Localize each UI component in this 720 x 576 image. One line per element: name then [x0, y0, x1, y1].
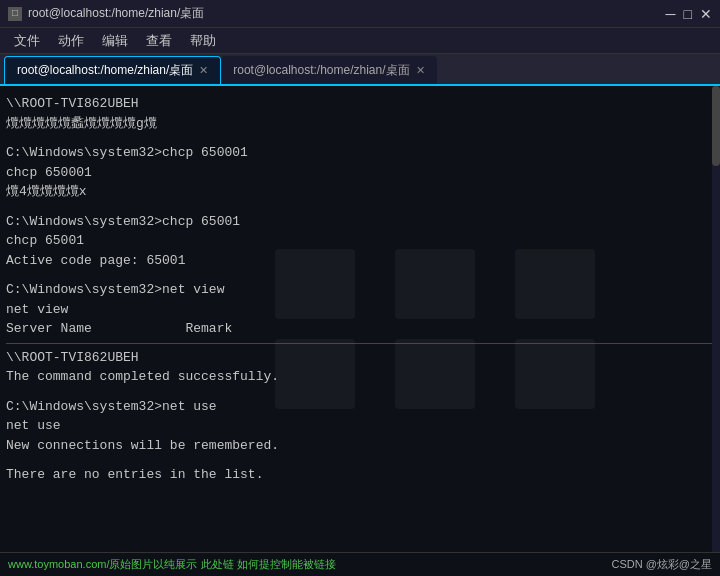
tab-1-label: root@localhost:/home/zhian/桌面 [17, 62, 193, 79]
app-icon: □ [8, 7, 22, 21]
close-button[interactable]: ✕ [700, 7, 712, 21]
line-5: chcp 650001 [6, 163, 714, 183]
line-19: net use [6, 416, 714, 436]
tab-2-close[interactable]: ✕ [416, 64, 425, 77]
tab-1[interactable]: root@localhost:/home/zhian/桌面 ✕ [4, 56, 221, 84]
title-bar-left: □ root@localhost:/home/zhian/桌面 [8, 5, 204, 22]
line-4: C:\Windows\system32>chcp 650001 [6, 143, 714, 163]
scrollbar-thumb[interactable] [712, 86, 720, 166]
menu-help[interactable]: 帮助 [182, 30, 224, 52]
window-title: root@localhost:/home/zhian/桌面 [28, 5, 204, 22]
status-right: CSDN @炫彩@之星 [611, 557, 712, 572]
tab-1-close[interactable]: ✕ [199, 64, 208, 77]
line-7 [6, 202, 714, 212]
line-20: New connections will be remembered. [6, 436, 714, 456]
line-15: \\ROOT-TVI862UBEH [6, 348, 714, 368]
menu-edit[interactable]: 编辑 [94, 30, 136, 52]
terminal-output[interactable]: \\ROOT-TVI862UBEH 爦爦爦爦爦蠡爦爦爦爦g爦 C:\Window… [0, 86, 720, 552]
line-21 [6, 455, 714, 465]
line-16: The command completed successfully. [6, 367, 714, 387]
line-8: C:\Windows\system32>chcp 65001 [6, 212, 714, 232]
status-bar: www.toymoban.com/原始图片以纯展示 此处链 如何提控制能被链接 … [0, 552, 720, 576]
tab-2-label: root@localhost:/home/zhian/桌面 [233, 62, 409, 79]
line-11 [6, 270, 714, 280]
line-12: C:\Windows\system32>net view [6, 280, 714, 300]
line-6: 爦4爦爦爦爦x [6, 182, 714, 202]
menu-view[interactable]: 查看 [138, 30, 180, 52]
line-9: chcp 65001 [6, 231, 714, 251]
title-bar: □ root@localhost:/home/zhian/桌面 ─ □ ✕ [0, 0, 720, 28]
window-controls: ─ □ ✕ [666, 7, 712, 21]
tab-bar: root@localhost:/home/zhian/桌面 ✕ root@loc… [0, 54, 720, 86]
menu-actions[interactable]: 动作 [50, 30, 92, 52]
line-18: C:\Windows\system32>net use [6, 397, 714, 417]
line-13: net view [6, 300, 714, 320]
menu-bar: 文件 动作 编辑 查看 帮助 [0, 28, 720, 54]
line-1: \\ROOT-TVI862UBEH [6, 94, 714, 114]
line-3 [6, 133, 714, 143]
maximize-button[interactable]: □ [684, 7, 692, 21]
line-14: Server Name Remark [6, 319, 714, 339]
minimize-button[interactable]: ─ [666, 7, 676, 21]
status-left: www.toymoban.com/原始图片以纯展示 此处链 如何提控制能被链接 [8, 557, 336, 572]
line-2: 爦爦爦爦爦蠡爦爦爦爦g爦 [6, 114, 714, 134]
line-10: Active code page: 65001 [6, 251, 714, 271]
menu-file[interactable]: 文件 [6, 30, 48, 52]
divider-1 [6, 343, 714, 344]
line-22: There are no entries in the list. [6, 465, 714, 485]
tab-2[interactable]: root@localhost:/home/zhian/桌面 ✕ [221, 56, 436, 84]
line-17 [6, 387, 714, 397]
